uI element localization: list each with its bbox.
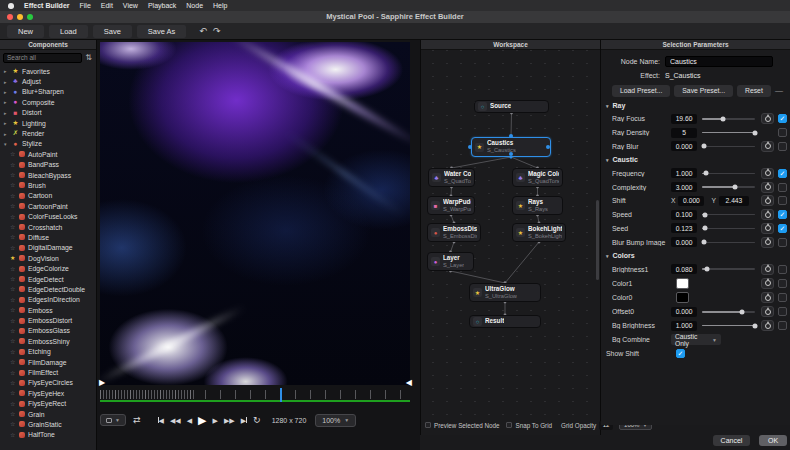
timeline-playhead[interactable] <box>280 388 282 402</box>
keyframe-dial-button[interactable] <box>761 306 774 317</box>
save-preset-button[interactable]: Save Preset... <box>674 85 733 97</box>
favorite-star-icon[interactable]: ☆ <box>10 214 16 220</box>
param-value-input[interactable]: 1.000 <box>671 321 697 331</box>
keyframe-dial-button[interactable] <box>761 292 774 303</box>
play-mode-icon[interactable]: ⇄ <box>133 416 141 425</box>
favorite-star-icon[interactable]: ☆ <box>10 266 16 272</box>
param-enable-checkbox[interactable] <box>778 196 787 205</box>
sidebar-item-cartoonpaint[interactable]: ☆CartoonPaint <box>0 201 96 211</box>
favorite-star-icon[interactable]: ☆ <box>10 234 16 240</box>
param-slider[interactable] <box>702 321 755 330</box>
sidebar-item-autopaint[interactable]: ☆AutoPaint <box>0 149 96 159</box>
color-swatch[interactable] <box>676 292 689 303</box>
param-enable-checkbox[interactable]: ✓ <box>778 169 787 178</box>
zoom-window-button[interactable] <box>27 14 33 20</box>
sidebar-category-composite[interactable]: ▸●Composite <box>0 97 96 107</box>
param-slider[interactable] <box>702 142 755 151</box>
node-ultraglow[interactable]: ★UltraGlowS_UltraGlow <box>469 283 541 302</box>
timeline-in-marker[interactable]: ▶ <box>99 379 105 387</box>
go-to-start-button[interactable]: ◀ <box>158 417 164 424</box>
go-to-end-button[interactable]: ▶ <box>241 417 247 424</box>
node-graph-canvas[interactable]: ○Source★CausticsS_Caustics♣Water ColorS_… <box>421 50 600 415</box>
sidebar-item-brush[interactable]: ☆Brush <box>0 180 96 190</box>
keyframe-dial-button[interactable] <box>761 320 774 331</box>
disclosure-triangle-icon[interactable]: ▸ <box>4 110 9 116</box>
sidebar-item-colorfuselooks[interactable]: ☆ColorFuseLooks <box>0 211 96 221</box>
loop-button[interactable]: ↻ <box>253 416 261 425</box>
menu-item-node[interactable]: Node <box>186 2 203 9</box>
sidebar-item-dogvision[interactable]: ★DogVision <box>0 253 96 263</box>
menu-item-playback[interactable]: Playback <box>148 2 176 9</box>
bg-combine-dropdown[interactable]: Caustic Only▼ <box>671 334 721 345</box>
node-caustics[interactable]: ★CausticsS_Caustics <box>471 137 551 157</box>
sidebar-category-render[interactable]: ▸✗Render <box>0 128 96 138</box>
sidebar-item-crosshatch[interactable]: ☆Crosshatch <box>0 222 96 232</box>
section-header-caustic[interactable]: ▾Caustic <box>601 153 790 166</box>
sidebar-item-edgedetect[interactable]: ☆EdgeDetect <box>0 274 96 284</box>
sidebar-category-lighting[interactable]: ▸★Lighting <box>0 118 96 128</box>
param-slider[interactable] <box>702 224 755 233</box>
sidebar-item-edgecolorize[interactable]: ☆EdgeColorize <box>0 263 96 273</box>
node-connector-handle[interactable] <box>546 145 550 149</box>
sidebar-category-blur-sharpen[interactable]: ▸●Blur+Sharpen <box>0 87 96 97</box>
node-connector-handle[interactable] <box>509 134 513 138</box>
sidebar-category-distort[interactable]: ▸■Distort <box>0 108 96 118</box>
node-layer[interactable]: ●LayerS_Layer <box>427 252 474 271</box>
param-enable-checkbox[interactable] <box>778 183 787 192</box>
param-value-input[interactable]: 0.000 <box>671 307 697 317</box>
x-value-input[interactable]: 0.000 <box>678 196 704 206</box>
fast-rewind-button[interactable]: ◀◀ <box>170 417 181 424</box>
favorite-star-icon[interactable]: ☆ <box>10 307 16 313</box>
reset-button[interactable]: Reset <box>737 85 771 97</box>
save-button[interactable]: Save <box>93 25 132 38</box>
sidebar-item-embossglass[interactable]: ☆EmbossGlass <box>0 326 96 336</box>
favorite-star-icon[interactable]: ☆ <box>10 162 16 168</box>
node-rays[interactable]: ★RaysS_Rays <box>512 196 563 215</box>
param-enable-checkbox[interactable]: ✓ <box>778 210 787 219</box>
param-value-input[interactable]: 0.080 <box>671 264 697 274</box>
favorite-star-icon[interactable]: ☆ <box>10 318 16 324</box>
param-value-input[interactable]: 0.123 <box>671 223 697 233</box>
sidebar-item-flyseyehex[interactable]: ☆FlysEyeHex <box>0 388 96 398</box>
favorite-star-icon[interactable]: ☆ <box>10 203 16 209</box>
close-window-button[interactable] <box>7 14 13 20</box>
favorite-star-icon[interactable]: ☆ <box>10 411 16 417</box>
node-warppuddle[interactable]: ■WarpPuddleS_WarpPuddle <box>427 196 475 215</box>
show-shift-checkbox[interactable]: ✓ <box>676 349 685 358</box>
keyframe-dial-button[interactable] <box>761 195 774 206</box>
param-slider[interactable] <box>702 169 755 178</box>
param-value-input[interactable]: 1.000 <box>671 168 697 178</box>
favorite-star-icon[interactable]: ☆ <box>10 276 16 282</box>
param-slider[interactable] <box>702 114 755 123</box>
keyframe-dial-button[interactable] <box>761 237 774 248</box>
favorite-star-icon[interactable]: ☆ <box>10 328 16 334</box>
param-slider[interactable] <box>702 183 755 192</box>
favorite-star-icon[interactable]: ★ <box>10 255 16 261</box>
sidebar-item-halftone[interactable]: ☆HalfTone <box>0 430 96 440</box>
param-slider[interactable] <box>702 238 755 247</box>
disclosure-triangle-icon[interactable]: ▸ <box>4 120 9 126</box>
favorite-star-icon[interactable]: ☆ <box>10 349 16 355</box>
favorite-star-icon[interactable]: ☆ <box>10 359 16 365</box>
timeline-out-marker[interactable]: ◀ <box>406 379 412 387</box>
param-value-input[interactable]: 19.60 <box>671 114 697 124</box>
disclosure-triangle-icon[interactable]: ▸ <box>4 99 9 105</box>
param-value-input[interactable]: 0.000 <box>671 141 697 151</box>
sidebar-item-filmeffect[interactable]: ☆FilmEffect <box>0 367 96 377</box>
keyframe-dial-button[interactable] <box>761 141 774 152</box>
param-slider[interactable] <box>702 128 755 137</box>
sidebar-item-embossshiny[interactable]: ☆EmbossShiny <box>0 336 96 346</box>
favorite-star-icon[interactable]: ☆ <box>10 390 16 396</box>
preview-selected-node-checkbox[interactable] <box>425 422 431 428</box>
menu-item-view[interactable]: View <box>123 2 138 9</box>
favorite-star-icon[interactable]: ☆ <box>10 338 16 344</box>
favorite-star-icon[interactable]: ☆ <box>10 286 16 292</box>
sidebar-item-emboss[interactable]: ☆Emboss <box>0 305 96 315</box>
redo-button[interactable]: ↷ <box>213 26 221 36</box>
node-source[interactable]: ○Source <box>474 100 549 113</box>
disclosure-triangle-icon[interactable]: ▸ <box>4 79 9 85</box>
sidebar-item-grain[interactable]: ☆Grain <box>0 409 96 419</box>
disclosure-triangle-icon[interactable]: ▾ <box>4 141 9 147</box>
menu-item-file[interactable]: File <box>80 2 91 9</box>
sidebar-item-flyseyerect[interactable]: ☆FlysEyeRect <box>0 399 96 409</box>
